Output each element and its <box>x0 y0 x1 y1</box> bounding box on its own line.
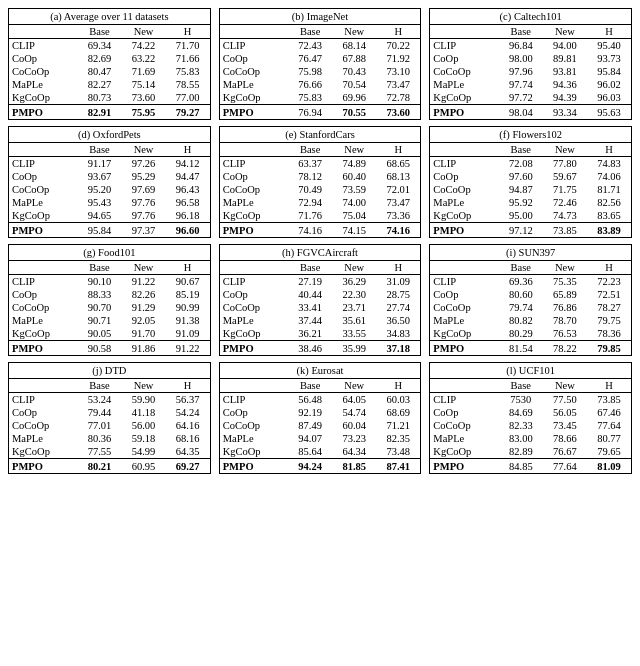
cell-r4-c0: KgCoOp <box>430 445 498 459</box>
col-header-1: Base <box>288 379 332 393</box>
cell-r1-c2: 63.22 <box>122 52 166 65</box>
col-header-3: H <box>376 379 420 393</box>
cell-r0-c1: 27.19 <box>288 275 332 289</box>
col-header-0 <box>430 25 498 39</box>
cell-r2-c0: CoCoOp <box>220 301 288 314</box>
table-row: MaPLe97.7494.3696.02 <box>430 78 631 91</box>
cell-r2-c0: CoCoOp <box>9 419 77 432</box>
col-header-0 <box>220 143 288 157</box>
table-row: CLIP753077.5073.85 <box>430 393 631 407</box>
cell-r2-c1: 94.87 <box>499 183 543 196</box>
table-row: MaPLe72.9474.0073.47 <box>220 196 421 209</box>
col-header-2: New <box>122 143 166 157</box>
table-row: MaPLe82.2775.1478.55 <box>9 78 210 91</box>
cell-r3-c2: 35.61 <box>332 314 376 327</box>
cell-r2-c0: CoCoOp <box>430 301 498 314</box>
table-row: KgCoOp80.7373.6077.00 <box>9 91 210 105</box>
pmpo-cell-3: 79.85 <box>587 341 631 356</box>
cell-r0-c0: CLIP <box>9 275 77 289</box>
cell-r1-c0: CoOp <box>220 406 288 419</box>
pmpo-cell-1: 94.24 <box>288 459 332 474</box>
pmpo-cell-3: 69.27 <box>166 459 210 474</box>
pmpo-cell-0: PMPO <box>220 341 288 356</box>
table-row: KgCoOp36.2133.5534.83 <box>220 327 421 341</box>
table-row: CoOp93.6795.2994.47 <box>9 170 210 183</box>
cell-r0-c1: 63.37 <box>288 157 332 171</box>
pmpo-cell-3: 87.41 <box>376 459 420 474</box>
cell-r1-c0: CoOp <box>430 170 498 183</box>
table-i: BaseNewHCLIP69.3675.3572.23CoOp80.6065.8… <box>430 261 631 355</box>
cell-r1-c0: CoOp <box>430 52 498 65</box>
pmpo-cell-0: PMPO <box>220 223 288 238</box>
pmpo-row: PMPO81.5478.2279.85 <box>430 341 631 356</box>
section-title-e: (e) StanfordCars <box>220 127 421 143</box>
pmpo-row: PMPO38.4635.9937.18 <box>220 341 421 356</box>
cell-r1-c3: 54.24 <box>166 406 210 419</box>
cell-r3-c1: 95.43 <box>77 196 121 209</box>
pmpo-cell-1: 97.12 <box>499 223 543 238</box>
cell-r1-c2: 89.81 <box>543 52 587 65</box>
cell-r3-c0: MaPLe <box>430 196 498 209</box>
cell-r3-c2: 94.36 <box>543 78 587 91</box>
col-header-0 <box>9 143 77 157</box>
cell-r0-c0: CLIP <box>220 275 288 289</box>
col-header-2: New <box>122 25 166 39</box>
cell-r0-c1: 96.84 <box>499 39 543 53</box>
cell-r2-c1: 70.49 <box>288 183 332 196</box>
cell-r0-c3: 95.40 <box>587 39 631 53</box>
pmpo-row: PMPO74.1674.1574.16 <box>220 223 421 238</box>
cell-r4-c2: 97.76 <box>122 209 166 223</box>
col-header-2: New <box>543 25 587 39</box>
cell-r0-c0: CLIP <box>9 39 77 53</box>
cell-r0-c1: 72.43 <box>288 39 332 53</box>
table-b: BaseNewHCLIP72.4368.1470.22CoOp76.4767.8… <box>220 25 421 119</box>
cell-r4-c1: 36.21 <box>288 327 332 341</box>
cell-r0-c3: 94.12 <box>166 157 210 171</box>
table-row: KgCoOp90.0591.7091.09 <box>9 327 210 341</box>
cell-r3-c2: 78.70 <box>543 314 587 327</box>
table-a: BaseNewHCLIP69.3474.2271.70CoOp82.6963.2… <box>9 25 210 119</box>
pmpo-cell-2: 70.55 <box>332 105 376 120</box>
col-header-1: Base <box>77 261 121 275</box>
table-row: KgCoOp94.6597.7696.18 <box>9 209 210 223</box>
cell-r4-c0: KgCoOp <box>9 91 77 105</box>
table-row: KgCoOp97.7294.3996.03 <box>430 91 631 105</box>
cell-r0-c1: 69.36 <box>499 275 543 289</box>
pmpo-row: PMPO95.8497.3796.60 <box>9 223 210 238</box>
cell-r2-c1: 77.01 <box>77 419 121 432</box>
col-header-2: New <box>332 25 376 39</box>
cell-r1-c1: 88.33 <box>77 288 121 301</box>
table-row: CoCoOp70.4973.5972.01 <box>220 183 421 196</box>
pmpo-cell-0: PMPO <box>9 105 77 120</box>
pmpo-row: PMPO97.1273.8583.89 <box>430 223 631 238</box>
cell-r4-c2: 76.67 <box>543 445 587 459</box>
cell-r3-c3: 96.02 <box>587 78 631 91</box>
col-header-2: New <box>543 379 587 393</box>
pmpo-cell-1: 81.54 <box>499 341 543 356</box>
cell-r1-c2: 82.26 <box>122 288 166 301</box>
cell-r4-c1: 97.72 <box>499 91 543 105</box>
cell-r0-c1: 69.34 <box>77 39 121 53</box>
table-row: CoOp40.4422.3028.75 <box>220 288 421 301</box>
cell-r2-c1: 97.96 <box>499 65 543 78</box>
table-row: CoCoOp80.4771.6975.83 <box>9 65 210 78</box>
cell-r2-c3: 81.71 <box>587 183 631 196</box>
table-row: CLIP90.1091.2290.67 <box>9 275 210 289</box>
cell-r0-c0: CLIP <box>430 157 498 171</box>
table-row: MaPLe95.4397.7696.58 <box>9 196 210 209</box>
table-row: CoCoOp94.8771.7581.71 <box>430 183 631 196</box>
table-g: BaseNewHCLIP90.1091.2290.67CoOp88.3382.2… <box>9 261 210 355</box>
cell-r1-c2: 60.40 <box>332 170 376 183</box>
table-row: KgCoOp85.6464.3473.48 <box>220 445 421 459</box>
table-row: CoCoOp75.9870.4373.10 <box>220 65 421 78</box>
table-row: CoCoOp95.2097.6996.43 <box>9 183 210 196</box>
pmpo-cell-1: 90.58 <box>77 341 121 356</box>
table-row: CLIP63.3774.8968.65 <box>220 157 421 171</box>
cell-r3-c2: 73.23 <box>332 432 376 445</box>
cell-r2-c2: 97.69 <box>122 183 166 196</box>
cell-r2-c3: 72.01 <box>376 183 420 196</box>
cell-r3-c2: 75.14 <box>122 78 166 91</box>
cell-r1-c3: 93.73 <box>587 52 631 65</box>
cell-r1-c3: 28.75 <box>376 288 420 301</box>
col-header-3: H <box>166 25 210 39</box>
